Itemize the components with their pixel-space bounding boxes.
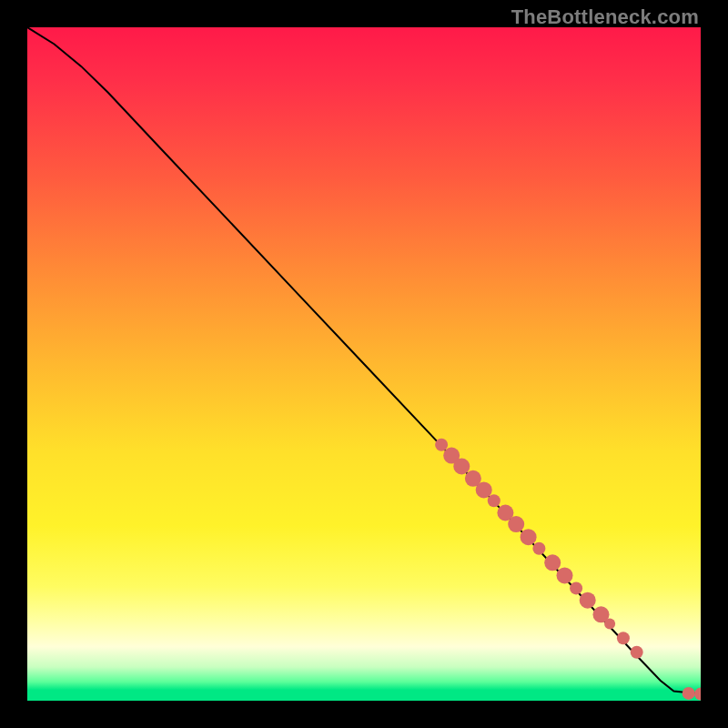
- data-point: [604, 619, 615, 630]
- bottleneck-curve: [27, 27, 701, 694]
- data-point: [532, 542, 545, 555]
- data-point: [682, 687, 695, 700]
- data-point: [476, 481, 492, 498]
- chart-overlay-svg: [27, 27, 701, 701]
- data-point: [508, 516, 524, 532]
- data-point: [557, 567, 573, 583]
- data-point: [488, 494, 500, 507]
- attribution-text: TheBottleneck.com: [511, 5, 699, 29]
- data-point: [453, 459, 470, 475]
- data-point: [435, 439, 448, 451]
- data-point: [631, 646, 643, 659]
- data-point: [694, 688, 701, 701]
- data-point: [580, 592, 596, 609]
- data-point: [617, 632, 630, 644]
- chart-stage: TheBottleneck.com: [0, 0, 728, 728]
- plot-area: [27, 27, 701, 701]
- data-point: [570, 581, 582, 594]
- data-points-group: [435, 439, 701, 701]
- data-point: [544, 554, 561, 571]
- data-point: [521, 529, 537, 545]
